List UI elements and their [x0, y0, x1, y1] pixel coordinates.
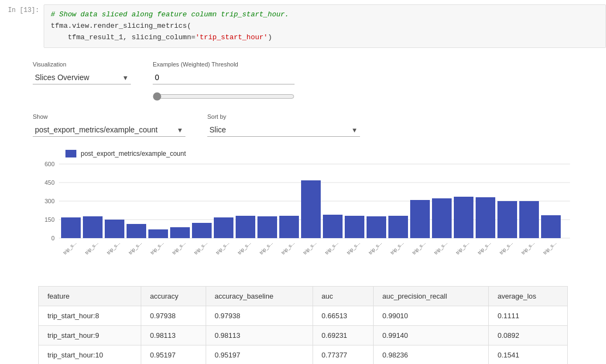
- svg-text:trip_s...: trip_s...: [368, 240, 383, 256]
- svg-rect-17: [214, 217, 233, 238]
- slider-container: [153, 92, 295, 102]
- bar-chart: 600 450 300 150 0: [38, 162, 573, 271]
- svg-text:600: 600: [45, 162, 55, 167]
- table-cell-0-2: 0.97938: [206, 306, 313, 326]
- show-group: Show post_export_metrics/example_count a…: [33, 113, 185, 137]
- svg-text:trip_s...: trip_s...: [346, 240, 361, 256]
- svg-rect-22: [323, 215, 343, 238]
- svg-text:trip_s...: trip_s...: [302, 240, 317, 256]
- svg-rect-19: [257, 216, 277, 238]
- col-header-average-loss: average_los: [489, 287, 568, 306]
- table-row: trip_start_hour:80.979380.979380.665130.…: [39, 306, 568, 326]
- svg-rect-31: [519, 201, 539, 238]
- svg-text:trip_s...: trip_s...: [193, 240, 208, 256]
- svg-rect-16: [192, 223, 212, 238]
- svg-rect-20: [279, 216, 299, 238]
- svg-rect-32: [541, 215, 561, 238]
- svg-rect-25: [388, 216, 408, 238]
- svg-text:trip_s...: trip_s...: [171, 240, 187, 256]
- svg-rect-18: [236, 216, 255, 238]
- svg-rect-23: [345, 216, 364, 238]
- svg-text:trip_s...: trip_s...: [455, 240, 470, 256]
- svg-text:trip_s...: trip_s...: [106, 240, 121, 256]
- table-cell-0-0: trip_start_hour:8: [39, 306, 141, 326]
- threshold-group: Examples (Weighted) Threshold: [153, 61, 295, 102]
- table-cell-2-1: 0.95197: [141, 345, 206, 364]
- code-line-2: tfma.view.render_slicing_metrics(: [51, 21, 599, 32]
- svg-rect-24: [367, 216, 386, 238]
- table-cell-2-3: 0.77377: [313, 345, 373, 364]
- svg-text:trip_s...: trip_s...: [215, 240, 230, 256]
- col-header-feature: feature: [39, 287, 141, 306]
- code-string: 'trip_start_hour': [195, 33, 268, 41]
- table-cell-1-3: 0.69231: [313, 326, 373, 345]
- code-text: tfma.view.render_slicing_metrics(: [51, 22, 191, 30]
- sort-label: Sort by: [207, 113, 360, 120]
- legend-label: post_export_metrics/example_count: [81, 150, 186, 157]
- controls-row-1: Visualization Slices Overview Metrics Hi…: [33, 61, 573, 102]
- controls-row-2: Show post_export_metrics/example_count a…: [33, 113, 573, 137]
- svg-text:300: 300: [45, 198, 55, 204]
- show-select[interactable]: post_export_metrics/example_count accura…: [33, 123, 185, 137]
- svg-text:trip_s...: trip_s...: [62, 240, 77, 256]
- widget-area: Visualization Slices Overview Metrics Hi…: [0, 52, 606, 364]
- cell-label: In [13]:: [0, 4, 44, 14]
- svg-text:trip_s...: trip_s...: [259, 240, 274, 256]
- svg-rect-14: [148, 229, 168, 238]
- data-table: feature accuracy accuracy_baseline auc a…: [38, 286, 568, 364]
- table-cell-0-4: 0.99010: [374, 306, 489, 326]
- svg-rect-12: [105, 220, 124, 238]
- show-dropdown-wrapper: post_export_metrics/example_count accura…: [33, 123, 185, 137]
- table-cell-1-2: 0.98113: [206, 326, 313, 345]
- svg-text:trip_s...: trip_s...: [128, 240, 143, 256]
- table-cell-2-2: 0.95197: [206, 345, 313, 364]
- table-cell-1-1: 0.98113: [141, 326, 206, 345]
- code-line-1: # Show data sliced along feature column …: [51, 9, 599, 21]
- code-paren: ): [268, 33, 272, 41]
- table-row: trip_start_hour:90.981130.981130.692310.…: [39, 326, 568, 345]
- svg-text:trip_s...: trip_s...: [520, 240, 536, 256]
- svg-text:trip_s...: trip_s...: [389, 240, 405, 256]
- svg-text:trip_s...: trip_s...: [411, 240, 427, 256]
- svg-rect-29: [476, 197, 495, 238]
- svg-text:450: 450: [45, 179, 55, 186]
- chart-container: 600 450 300 150 0: [38, 162, 573, 271]
- sort-group: Sort by Slice Ascending Descending ▼: [207, 113, 360, 137]
- table-cell-2-0: trip_start_hour:10: [39, 345, 141, 364]
- svg-rect-30: [497, 201, 517, 238]
- svg-rect-21: [301, 180, 321, 238]
- svg-text:trip_s...: trip_s...: [477, 240, 492, 256]
- svg-rect-27: [432, 198, 452, 238]
- svg-text:trip_s...: trip_s...: [237, 240, 252, 256]
- table-cell-0-1: 0.97938: [141, 306, 206, 326]
- svg-text:trip_s...: trip_s...: [542, 240, 557, 256]
- svg-rect-13: [127, 224, 146, 238]
- svg-text:trip_s...: trip_s...: [324, 240, 339, 256]
- svg-text:trip_s...: trip_s...: [84, 240, 99, 256]
- code-line-3: tfma_result_1, slicing_column='trip_star…: [51, 32, 599, 44]
- table-cell-0-5: 0.1111: [489, 306, 568, 326]
- visualization-label: Visualization: [33, 61, 131, 68]
- table-cell-0-3: 0.66513: [313, 306, 373, 326]
- threshold-input[interactable]: [153, 71, 295, 84]
- visualization-select[interactable]: Slices Overview Metrics Histogram: [33, 71, 131, 84]
- table-cell-1-5: 0.0892: [489, 326, 568, 345]
- table-cell-1-0: trip_start_hour:9: [39, 326, 141, 345]
- svg-text:trip_s...: trip_s...: [149, 240, 165, 256]
- svg-rect-15: [170, 227, 190, 238]
- table-cell-2-5: 0.1541: [489, 345, 568, 364]
- visualization-group: Visualization Slices Overview Metrics Hi…: [33, 61, 131, 84]
- code-text-indent: tfma_result_1, slicing_column=: [51, 33, 195, 41]
- code-cell: In [13]: # Show data sliced along featur…: [0, 0, 606, 52]
- col-header-auc: auc: [313, 287, 373, 306]
- code-comment: # Show data sliced along feature column …: [51, 10, 289, 19]
- svg-rect-28: [454, 197, 473, 238]
- threshold-slider[interactable]: [153, 92, 295, 101]
- table-cell-1-4: 0.99140: [374, 326, 489, 345]
- svg-text:trip_s...: trip_s...: [499, 240, 514, 256]
- table-row: trip_start_hour:100.951970.951970.773770…: [39, 345, 568, 364]
- sort-select[interactable]: Slice Ascending Descending: [207, 123, 360, 137]
- svg-text:0: 0: [51, 235, 55, 241]
- show-label: Show: [33, 113, 185, 120]
- table-cell-2-4: 0.98236: [374, 345, 489, 364]
